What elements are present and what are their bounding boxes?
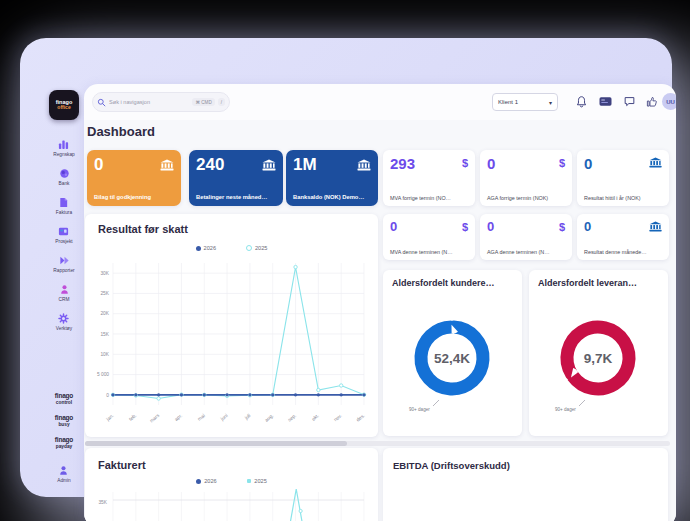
kpi-bilag-card[interactable]: 0 Bilag til godkjenning bbox=[87, 150, 181, 206]
kpi-resultat-hittil-card[interactable]: 0 Resultat hittil i år (NOK) bbox=[577, 150, 669, 206]
sidebar-item-faktura[interactable]: Faktura bbox=[56, 197, 72, 215]
bell-icon[interactable] bbox=[575, 95, 588, 108]
sidebar-item-label: Admin bbox=[57, 478, 71, 483]
chart-title: EBITDA (Driftsoverskudd) bbox=[393, 460, 510, 471]
product-name: finago bbox=[55, 393, 73, 400]
gear-icon bbox=[58, 313, 69, 324]
kpi-label: Bilag til godkjenning bbox=[94, 194, 151, 200]
product-sub: control bbox=[56, 400, 72, 405]
legend-ring-icon bbox=[246, 245, 252, 251]
kpi-resultat-maned-card[interactable]: 0 Resultat denne månede… bbox=[577, 214, 669, 260]
sidebar-item-label: CRM bbox=[59, 297, 70, 302]
legend-label: 2026 bbox=[204, 245, 216, 251]
kpi-betalinger-card[interactable]: 240 Betalinger neste måned… bbox=[189, 150, 283, 206]
svg-text:mars: mars bbox=[149, 413, 161, 424]
client-selector[interactable]: Klient 1 ▾ bbox=[492, 93, 558, 111]
kpi-label: Betalinger neste måned… bbox=[196, 194, 267, 200]
bank-icon bbox=[357, 159, 371, 171]
legend-label: 2025 bbox=[255, 245, 267, 251]
kpi-label: MVA denne terminen (N… bbox=[390, 249, 453, 255]
avatar[interactable]: UU bbox=[662, 93, 676, 110]
sidebar-item-regnskap[interactable]: Regnskap bbox=[53, 139, 75, 157]
search-input[interactable]: Søk i navigasjon ⌘ CMD / bbox=[92, 92, 230, 112]
sidebar-item-verktoy[interactable]: Verktøy bbox=[56, 313, 72, 331]
sidebar-item-label: Rapporter bbox=[53, 268, 74, 273]
admin-person-icon bbox=[58, 465, 69, 476]
svg-text:nov.: nov. bbox=[333, 413, 343, 422]
donut-title: Aldersfordelt kundere… bbox=[392, 278, 495, 288]
chart-title: Fakturert bbox=[98, 459, 146, 471]
person-icon bbox=[59, 284, 70, 295]
board-icon bbox=[58, 226, 69, 237]
kpi-value: 293 bbox=[390, 155, 468, 172]
sidebar-product-finago-payday[interactable]: finago payday bbox=[55, 437, 73, 449]
chart-title: Resultat før skatt bbox=[98, 223, 188, 235]
svg-text:mai: mai bbox=[197, 413, 206, 422]
kpi-aga-forrige-card[interactable]: 0 $ AGA forrige termin (NOK) bbox=[480, 150, 572, 206]
chart-legend: 2026 2025 bbox=[85, 245, 378, 251]
donut-title: Aldersfordelt leveran… bbox=[538, 278, 637, 288]
chevron-down-icon: ▾ bbox=[549, 99, 552, 106]
dollar-icon: $ bbox=[462, 157, 468, 169]
kpi-mva-forrige-card[interactable]: 293 $ MVA forrige termin (NO… bbox=[383, 150, 475, 206]
sidebar-product-finago-busy[interactable]: finago busy bbox=[55, 415, 73, 427]
sidebar-item-bank[interactable]: Bank bbox=[59, 168, 70, 186]
kpi-banksaldo-card[interactable]: 1M Banksaldo (NOK) Demo… bbox=[286, 150, 378, 206]
kpi-mva-denne-card[interactable]: 0 $ MVA denne terminen (N… bbox=[383, 214, 475, 260]
sidebar-item-rapporter[interactable]: Rapporter bbox=[53, 255, 74, 273]
legend-label: 2025 bbox=[254, 478, 266, 484]
legend-2026[interactable]: 2026 bbox=[196, 478, 216, 484]
resultat-line-chart: jan.feb.marsapr.maijunijuliaug.sep.okt.n… bbox=[86, 258, 376, 432]
product-sub: busy bbox=[58, 422, 69, 427]
svg-text:aug.: aug. bbox=[264, 413, 274, 423]
aldersfordelt-leverandor-card[interactable]: Aldersfordelt leveran… 9,7K 90+ dager bbox=[529, 270, 668, 436]
product-name: finago bbox=[55, 437, 73, 444]
search-icon bbox=[97, 98, 106, 107]
client-selector-value: Klient 1 bbox=[498, 99, 549, 105]
chat-icon[interactable] bbox=[623, 95, 636, 108]
kpi-label: Resultat denne månede… bbox=[584, 249, 647, 255]
kpi-label: AGA denne terminen (N… bbox=[487, 249, 550, 255]
dollar-icon: $ bbox=[559, 157, 565, 169]
sidebar-product-finago-control[interactable]: finago control bbox=[55, 393, 73, 405]
bank-icon bbox=[262, 159, 276, 171]
kpi-value: 0 bbox=[390, 219, 468, 234]
svg-text:90+ dager: 90+ dager bbox=[555, 407, 576, 412]
bank-icon bbox=[649, 157, 662, 168]
svg-text:9,7K: 9,7K bbox=[584, 351, 613, 366]
kpi-label: AGA forrige termin (NOK) bbox=[487, 195, 548, 201]
kpi-value: 0 bbox=[487, 219, 565, 234]
leverandor-donut-chart: 9,7K 90+ dager bbox=[529, 292, 668, 432]
thumbs-up-icon[interactable] bbox=[645, 95, 658, 108]
sidebar-item-label: Regnskap bbox=[53, 152, 75, 157]
dollar-icon: $ bbox=[462, 221, 468, 233]
legend-2026[interactable]: 2026 bbox=[196, 245, 216, 251]
aldersfordelt-kunder-card[interactable]: Aldersfordelt kundere… 52,4K 90+ dager bbox=[383, 270, 522, 436]
finago-office-logo[interactable]: finago office bbox=[49, 90, 79, 120]
sidebar-item-prosjekt[interactable]: Prosjekt bbox=[55, 226, 72, 244]
svg-text:10K: 10K bbox=[100, 352, 109, 357]
svg-text:0: 0 bbox=[106, 393, 109, 398]
svg-text:feb.: feb. bbox=[128, 413, 137, 422]
sidebar-item-crm[interactable]: CRM bbox=[59, 284, 70, 302]
ebitda-chart-panel: EBITDA (Driftsoverskudd) bbox=[383, 448, 668, 521]
svg-text:25K: 25K bbox=[100, 291, 109, 296]
kpi-aga-denne-card[interactable]: 0 $ AGA denne terminen (N… bbox=[480, 214, 572, 260]
page-title: Dashboard bbox=[87, 124, 155, 139]
sidebar-item-admin[interactable]: Admin bbox=[57, 465, 71, 483]
card-icon[interactable] bbox=[599, 95, 612, 108]
fakturert-chart-panel: Fakturert 2026 2025 35K bbox=[85, 448, 378, 521]
legend-2025[interactable]: 2025 bbox=[247, 478, 267, 484]
kpi-value: 0 bbox=[487, 155, 565, 172]
search-placeholder: Søk i navigasjon bbox=[109, 99, 189, 105]
horizontal-scrollbar[interactable] bbox=[85, 441, 670, 446]
sidebar-item-label: Prosjekt bbox=[55, 239, 72, 244]
svg-text:juni: juni bbox=[219, 413, 229, 422]
scrollbar-thumb[interactable] bbox=[85, 441, 347, 446]
shortcut-slash-badge: / bbox=[218, 98, 225, 106]
sidebar-item-label: Faktura bbox=[56, 210, 72, 215]
double-play-icon bbox=[59, 255, 70, 266]
app-window: finago office Regnskap Bank F bbox=[20, 38, 672, 497]
legend-2025[interactable]: 2025 bbox=[246, 245, 267, 251]
svg-text:juli: juli bbox=[243, 413, 251, 421]
